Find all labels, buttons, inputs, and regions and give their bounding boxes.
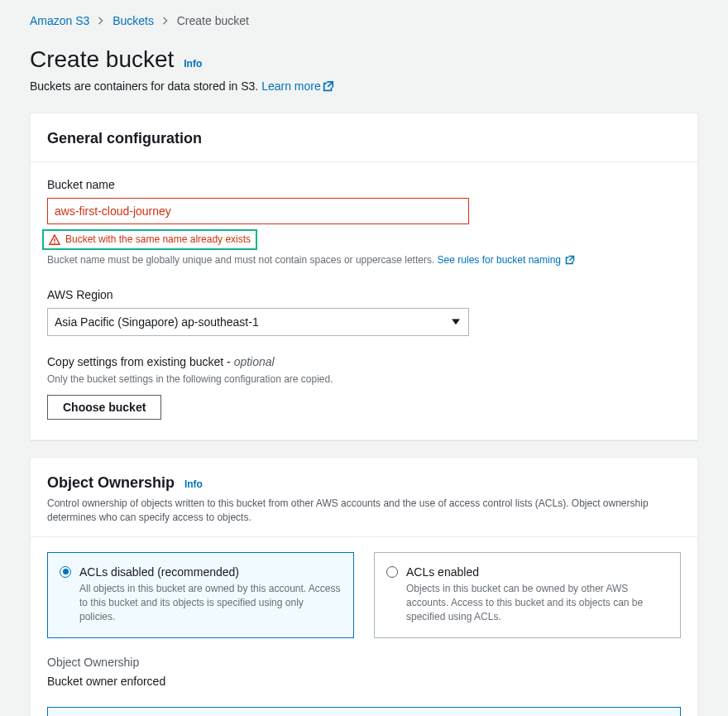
bucket-name-label: Bucket name — [47, 177, 681, 194]
ownership-sub-value: Bucket owner enforced — [47, 674, 681, 690]
bucket-name-error: Bucket with the same name already exists — [42, 229, 257, 250]
external-link-icon — [323, 80, 334, 97]
radio-icon — [60, 566, 71, 578]
bucket-naming-rules-link[interactable]: See rules for bucket naming — [438, 254, 576, 266]
breadcrumb-link-buckets[interactable]: Buckets — [113, 14, 154, 27]
acls-disabled-option[interactable]: ACLs disabled (recommended) All objects … — [47, 552, 354, 638]
breadcrumb: Amazon S3 Buckets Create bucket — [30, 13, 698, 30]
page-header: Create bucket Info Buckets are container… — [30, 43, 698, 97]
region-select-value: Asia Pacific (Singapore) ap-southeast-1 — [55, 315, 259, 331]
learn-more-link[interactable]: Learn more — [261, 79, 334, 93]
panel-title-ownership: Object Ownership — [47, 473, 175, 493]
choose-bucket-button[interactable]: Choose bucket — [47, 395, 161, 420]
page-title: Create bucket — [30, 43, 174, 75]
bucket-name-hint: Bucket name must be globally unique and … — [47, 253, 681, 269]
radio-icon — [386, 566, 398, 578]
radio-title: ACLs disabled (recommended) — [79, 565, 342, 581]
ownership-radio-group: ACLs disabled (recommended) All objects … — [47, 552, 681, 638]
radio-title: ACLs enabled — [406, 565, 668, 581]
region-select[interactable]: Asia Pacific (Singapore) ap-southeast-1 — [47, 308, 469, 336]
ownership-sub-label: Object Ownership — [47, 655, 681, 671]
info-alert: Upcoming permission changes to disable A… — [47, 707, 681, 716]
info-link[interactable]: Info — [184, 58, 202, 70]
chevron-right-icon — [98, 15, 104, 29]
radio-description: Objects in this bucket can be owned by o… — [406, 582, 668, 623]
acls-enabled-option[interactable]: ACLs enabled Objects in this bucket can … — [374, 552, 681, 638]
chevron-right-icon — [162, 15, 169, 29]
svg-point-1 — [54, 242, 55, 243]
bucket-name-input[interactable] — [47, 198, 469, 224]
radio-description: All objects in this bucket are owned by … — [79, 582, 342, 623]
external-link-icon — [565, 255, 575, 269]
copy-settings-heading: Copy settings from existing bucket - opt… — [47, 354, 681, 371]
info-link[interactable]: Info — [184, 478, 203, 490]
panel-title-general: General configuration — [47, 128, 202, 149]
region-label: AWS Region — [47, 287, 681, 304]
caret-down-icon — [452, 315, 460, 331]
general-configuration-panel: General configuration Bucket name Bucket… — [30, 113, 698, 440]
warning-icon — [49, 234, 60, 246]
page-subtitle: Buckets are containers for data stored i… — [30, 79, 698, 97]
ownership-description: Control ownership of objects written to … — [47, 497, 681, 525]
object-ownership-panel: Object Ownership Info Control ownership … — [30, 457, 698, 716]
copy-settings-hint: Only the bucket settings in the followin… — [47, 372, 681, 387]
breadcrumb-link-s3[interactable]: Amazon S3 — [30, 14, 89, 27]
breadcrumb-current: Create bucket — [177, 14, 249, 27]
